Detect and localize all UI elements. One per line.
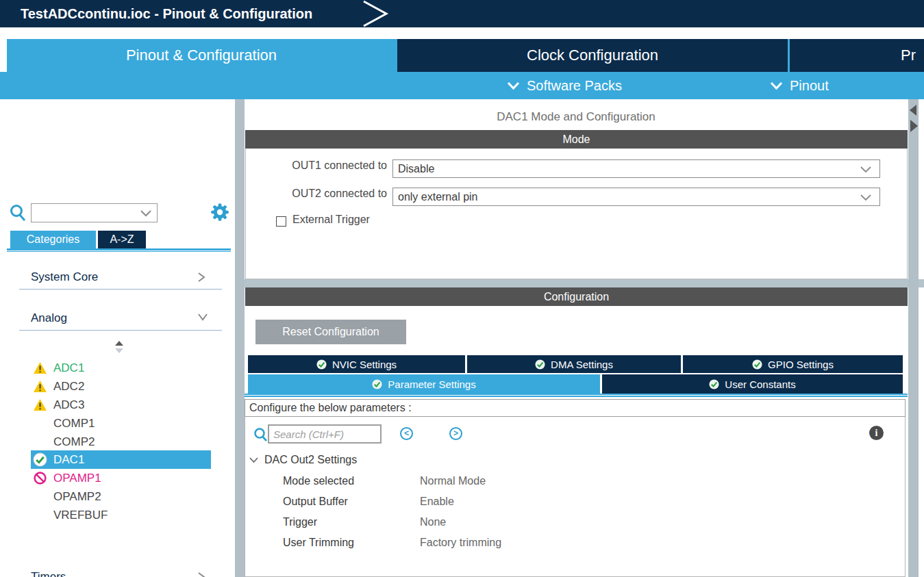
out1-select[interactable]: Disable	[392, 159, 880, 178]
item-label: COMP2	[53, 433, 95, 451]
item-label: ADC3	[53, 396, 84, 414]
search-icon	[253, 427, 268, 442]
out2-value: only external pin	[398, 191, 478, 203]
search-next-button[interactable]: >	[449, 427, 462, 440]
stm32cubemx-window: TestADCcontinu.ioc - Pinout & Configurat…	[0, 0, 924, 577]
check-badge-icon	[709, 379, 719, 389]
configuration-section-header: Configuration	[245, 287, 908, 306]
tab-nvic-settings[interactable]: NVIC Settings	[248, 355, 465, 373]
item-label: OPAMP1	[53, 469, 101, 487]
chevron-right-icon	[197, 572, 205, 577]
reset-configuration-button[interactable]: Reset Configuration	[255, 320, 406, 344]
tab-user-constants[interactable]: User Constants	[602, 374, 903, 394]
out2-select[interactable]: only external pin	[392, 188, 880, 206]
category-label: Timers	[31, 567, 66, 577]
panel-splitter[interactable]	[245, 279, 924, 287]
tab-label: User Constants	[725, 379, 795, 390]
item-label: ADC2	[53, 377, 84, 396]
parameter-search-input[interactable]	[268, 424, 382, 444]
out2-label: OUT2 connected to	[246, 188, 387, 200]
software-packs-toggle[interactable]: Software Packs	[507, 72, 622, 99]
collapse-left-icon[interactable]	[910, 105, 916, 116]
tab-project-manager[interactable]: Pr	[790, 39, 924, 72]
chevron-down-icon	[140, 210, 151, 217]
pinout-toggle[interactable]: Pinout	[770, 72, 829, 99]
sidebar: Categories A->Z System Core Analog ADC1 …	[0, 99, 235, 577]
param-row-output-buffer[interactable]: Output Buffer Enable	[245, 491, 905, 512]
tab-parameter-settings[interactable]: Parameter Settings	[248, 374, 600, 394]
param-row-user-trimming[interactable]: User Trimming Factory trimming	[245, 533, 905, 553]
mode-section-header: Mode	[245, 130, 908, 149]
check-badge-icon	[372, 379, 382, 389]
external-trigger-label: External Trigger	[292, 214, 370, 226]
tab-label: GPIO Settings	[768, 359, 834, 370]
param-name: User Trimming	[283, 533, 354, 553]
tree-group-dac-out2-settings[interactable]: DAC Out2 Settings	[249, 452, 357, 468]
sidebar-item-comp2[interactable]: COMP2	[31, 433, 211, 451]
tab-pinout-configuration[interactable]: Pinout & Configuration	[7, 39, 396, 72]
category-label: Analog	[31, 309, 67, 328]
gear-icon[interactable]	[210, 203, 229, 222]
tree-group-label: DAC Out2 Settings	[264, 454, 357, 466]
warning-icon	[33, 379, 47, 394]
window-title: TestADCcontinu.ioc - Pinout & Configurat…	[21, 0, 312, 27]
tab-gpio-settings[interactable]: GPIO Settings	[683, 355, 903, 373]
param-value: Enable	[420, 491, 454, 512]
param-row-mode-selected[interactable]: Mode selected Normal Mode	[245, 471, 905, 491]
sort-handle-icon[interactable]	[114, 340, 124, 354]
external-trigger-checkbox[interactable]	[276, 216, 286, 227]
sidebar-item-opamp1[interactable]: OPAMP1	[31, 469, 211, 487]
expand-right-icon[interactable]	[910, 120, 918, 132]
sidebar-category-analog[interactable]: Analog	[0, 309, 235, 328]
chevron-down-icon	[197, 313, 208, 321]
configure-parameters-banner: Configure the below parameters :	[245, 399, 906, 417]
sidebar-item-comp1[interactable]: COMP1	[31, 414, 211, 433]
item-label: ADC1	[53, 359, 84, 377]
item-label: DAC1	[53, 450, 84, 469]
divider	[19, 289, 222, 290]
title-bar: TestADCcontinu.ioc - Pinout & Configurat…	[0, 0, 924, 27]
sidebar-item-adc2[interactable]: ADC2	[31, 377, 211, 396]
sidebar-scrollbar[interactable]	[235, 99, 245, 577]
param-value: Factory trimming	[420, 533, 501, 553]
tab-dma-settings[interactable]: DMA Settings	[467, 355, 681, 373]
param-name: Output Buffer	[283, 491, 348, 512]
search-icon	[9, 203, 27, 222]
tab-clock-configuration[interactable]: Clock Configuration	[397, 39, 788, 72]
out1-label: OUT1 connected to	[246, 159, 387, 172]
software-packs-label: Software Packs	[527, 78, 622, 94]
sidebar-item-opamp2[interactable]: OPAMP2	[31, 487, 211, 506]
sidebar-item-dac1[interactable]: DAC1	[31, 450, 211, 469]
tab-label: DMA Settings	[551, 359, 613, 370]
check-icon	[33, 452, 47, 467]
dac1-panel-title: DAC1 Mode and Configuration	[245, 107, 908, 127]
sidebar-tab-underline	[7, 248, 231, 252]
chevron-right-icon	[197, 272, 205, 283]
info-icon[interactable]: i	[869, 426, 884, 440]
divider	[19, 330, 222, 331]
breadcrumb-chevron-icon	[362, 0, 392, 27]
blocked-icon	[33, 471, 47, 485]
chevron-down-icon	[770, 81, 783, 90]
sidebar-category-timers[interactable]: Timers	[0, 567, 235, 577]
param-row-trigger[interactable]: Trigger None	[245, 512, 905, 533]
search-previous-button[interactable]: <	[400, 427, 413, 440]
param-name: Mode selected	[283, 471, 354, 491]
sidebar-item-adc1[interactable]: ADC1	[31, 359, 211, 377]
item-label: OPAMP2	[53, 487, 101, 506]
chevron-down-icon	[860, 194, 871, 201]
sidebar-item-vrefbuf[interactable]: VREFBUF	[31, 506, 211, 524]
check-badge-icon	[316, 359, 327, 370]
sidebar-category-system-core[interactable]: System Core	[0, 268, 235, 287]
sidebar-tab-az[interactable]: A->Z	[98, 231, 146, 248]
sidebar-tab-categories[interactable]: Categories	[10, 231, 96, 248]
top-tab-band: Pinout & Configuration Clock Configurati…	[0, 39, 924, 99]
parameter-settings-panel: < > i DAC Out2 Settings Mode selected No…	[245, 417, 906, 577]
main-scrollbar[interactable]	[908, 99, 919, 577]
sidebar-search-combobox[interactable]	[31, 203, 158, 222]
sidebar-item-adc3[interactable]: ADC3	[31, 396, 211, 414]
item-label: COMP1	[53, 414, 95, 433]
chevron-down-icon	[249, 457, 258, 463]
warning-icon	[33, 398, 47, 412]
warning-icon	[33, 361, 47, 375]
